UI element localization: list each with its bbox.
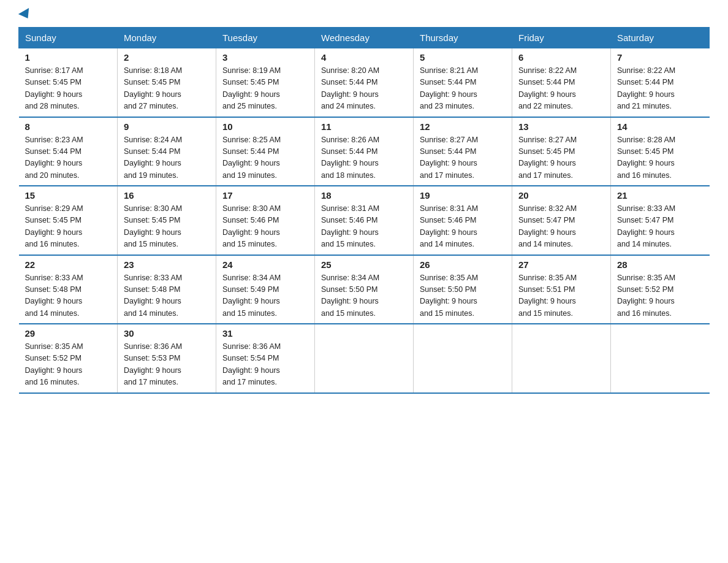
calendar-cell: 8 Sunrise: 8:23 AM Sunset: 5:44 PM Dayli…: [19, 117, 118, 186]
calendar-cell: [512, 324, 611, 393]
day-info: Sunrise: 8:24 AM Sunset: 5:44 PM Dayligh…: [124, 134, 210, 182]
calendar-cell: 12 Sunrise: 8:27 AM Sunset: 5:44 PM Dayl…: [414, 117, 512, 186]
day-number: 18: [321, 190, 407, 201]
day-number: 2: [124, 52, 210, 63]
calendar-cell: 27 Sunrise: 8:35 AM Sunset: 5:51 PM Dayl…: [512, 255, 611, 324]
day-number: 23: [124, 259, 210, 270]
weekday-header-sunday: Sunday: [19, 28, 118, 48]
weekday-header-tuesday: Tuesday: [216, 28, 315, 48]
day-number: 15: [25, 190, 112, 201]
calendar-cell: 1 Sunrise: 8:17 AM Sunset: 5:45 PM Dayli…: [19, 48, 118, 117]
day-number: 14: [617, 121, 703, 132]
calendar-cell: 21 Sunrise: 8:33 AM Sunset: 5:47 PM Dayl…: [611, 186, 710, 255]
calendar-cell: 7 Sunrise: 8:22 AM Sunset: 5:44 PM Dayli…: [611, 48, 710, 117]
day-info: Sunrise: 8:25 AM Sunset: 5:44 PM Dayligh…: [222, 134, 308, 182]
day-info: Sunrise: 8:32 AM Sunset: 5:47 PM Dayligh…: [518, 203, 604, 251]
day-number: 8: [25, 121, 112, 132]
logo-triangle-icon: [18, 8, 33, 21]
day-info: Sunrise: 8:23 AM Sunset: 5:44 PM Dayligh…: [25, 134, 112, 182]
day-number: 7: [617, 52, 703, 63]
day-number: 16: [124, 190, 210, 201]
calendar-table: SundayMondayTuesdayWednesdayThursdayFrid…: [18, 27, 710, 394]
day-info: Sunrise: 8:22 AM Sunset: 5:44 PM Dayligh…: [518, 65, 604, 113]
calendar-cell: [611, 324, 710, 393]
calendar-cell: 19 Sunrise: 8:31 AM Sunset: 5:46 PM Dayl…: [414, 186, 512, 255]
week-row-4: 22 Sunrise: 8:33 AM Sunset: 5:48 PM Dayl…: [19, 255, 710, 324]
weekday-header-monday: Monday: [118, 28, 216, 48]
day-info: Sunrise: 8:19 AM Sunset: 5:45 PM Dayligh…: [222, 65, 308, 113]
weekday-header-row: SundayMondayTuesdayWednesdayThursdayFrid…: [19, 28, 710, 48]
day-number: 6: [518, 52, 604, 63]
day-number: 19: [420, 190, 506, 201]
day-info: Sunrise: 8:36 AM Sunset: 5:54 PM Dayligh…: [222, 341, 308, 389]
week-row-5: 29 Sunrise: 8:35 AM Sunset: 5:52 PM Dayl…: [19, 324, 710, 393]
day-info: Sunrise: 8:31 AM Sunset: 5:46 PM Dayligh…: [420, 203, 506, 251]
calendar-cell: 10 Sunrise: 8:25 AM Sunset: 5:44 PM Dayl…: [216, 117, 315, 186]
calendar-cell: 28 Sunrise: 8:35 AM Sunset: 5:52 PM Dayl…: [611, 255, 710, 324]
day-info: Sunrise: 8:20 AM Sunset: 5:44 PM Dayligh…: [321, 65, 407, 113]
day-number: 27: [518, 259, 604, 270]
day-info: Sunrise: 8:35 AM Sunset: 5:51 PM Dayligh…: [518, 272, 604, 320]
calendar-cell: 9 Sunrise: 8:24 AM Sunset: 5:44 PM Dayli…: [118, 117, 216, 186]
day-info: Sunrise: 8:30 AM Sunset: 5:46 PM Dayligh…: [222, 203, 308, 251]
calendar-cell: 31 Sunrise: 8:36 AM Sunset: 5:54 PM Dayl…: [216, 324, 315, 393]
calendar-cell: 26 Sunrise: 8:35 AM Sunset: 5:50 PM Dayl…: [414, 255, 512, 324]
week-row-2: 8 Sunrise: 8:23 AM Sunset: 5:44 PM Dayli…: [19, 117, 710, 186]
calendar-cell: [414, 324, 512, 393]
day-number: 9: [124, 121, 210, 132]
day-info: Sunrise: 8:29 AM Sunset: 5:45 PM Dayligh…: [25, 203, 112, 251]
day-number: 28: [617, 259, 703, 270]
day-info: Sunrise: 8:35 AM Sunset: 5:52 PM Dayligh…: [617, 272, 703, 320]
day-info: Sunrise: 8:35 AM Sunset: 5:50 PM Dayligh…: [420, 272, 506, 320]
calendar-cell: 4 Sunrise: 8:20 AM Sunset: 5:44 PM Dayli…: [315, 48, 414, 117]
page-header: [18, 12, 710, 21]
day-info: Sunrise: 8:27 AM Sunset: 5:44 PM Dayligh…: [420, 134, 506, 182]
weekday-header-wednesday: Wednesday: [315, 28, 414, 48]
calendar-cell: 15 Sunrise: 8:29 AM Sunset: 5:45 PM Dayl…: [19, 186, 118, 255]
day-number: 24: [222, 259, 308, 270]
day-number: 25: [321, 259, 407, 270]
day-number: 3: [222, 52, 308, 63]
day-number: 20: [518, 190, 604, 201]
day-info: Sunrise: 8:28 AM Sunset: 5:45 PM Dayligh…: [617, 134, 703, 182]
day-info: Sunrise: 8:34 AM Sunset: 5:50 PM Dayligh…: [321, 272, 407, 320]
day-info: Sunrise: 8:27 AM Sunset: 5:45 PM Dayligh…: [518, 134, 604, 182]
calendar-cell: 13 Sunrise: 8:27 AM Sunset: 5:45 PM Dayl…: [512, 117, 611, 186]
day-info: Sunrise: 8:33 AM Sunset: 5:47 PM Dayligh…: [617, 203, 703, 251]
calendar-cell: 24 Sunrise: 8:34 AM Sunset: 5:49 PM Dayl…: [216, 255, 315, 324]
day-info: Sunrise: 8:30 AM Sunset: 5:45 PM Dayligh…: [124, 203, 210, 251]
day-info: Sunrise: 8:33 AM Sunset: 5:48 PM Dayligh…: [124, 272, 210, 320]
calendar-cell: 6 Sunrise: 8:22 AM Sunset: 5:44 PM Dayli…: [512, 48, 611, 117]
calendar-cell: 2 Sunrise: 8:18 AM Sunset: 5:45 PM Dayli…: [118, 48, 216, 117]
calendar-cell: [315, 324, 414, 393]
logo-line-general: [18, 12, 32, 21]
day-number: 5: [420, 52, 506, 63]
logo: [18, 12, 32, 21]
day-number: 12: [420, 121, 506, 132]
weekday-header-thursday: Thursday: [414, 28, 512, 48]
day-info: Sunrise: 8:26 AM Sunset: 5:44 PM Dayligh…: [321, 134, 407, 182]
day-info: Sunrise: 8:36 AM Sunset: 5:53 PM Dayligh…: [124, 341, 210, 389]
calendar-cell: 16 Sunrise: 8:30 AM Sunset: 5:45 PM Dayl…: [118, 186, 216, 255]
calendar-cell: 25 Sunrise: 8:34 AM Sunset: 5:50 PM Dayl…: [315, 255, 414, 324]
day-info: Sunrise: 8:21 AM Sunset: 5:44 PM Dayligh…: [420, 65, 506, 113]
day-info: Sunrise: 8:33 AM Sunset: 5:48 PM Dayligh…: [25, 272, 112, 320]
day-number: 22: [25, 259, 112, 270]
day-number: 17: [222, 190, 308, 201]
day-number: 30: [124, 328, 210, 339]
week-row-1: 1 Sunrise: 8:17 AM Sunset: 5:45 PM Dayli…: [19, 48, 710, 117]
calendar-cell: 30 Sunrise: 8:36 AM Sunset: 5:53 PM Dayl…: [118, 324, 216, 393]
day-number: 1: [25, 52, 112, 63]
day-number: 4: [321, 52, 407, 63]
calendar-cell: 29 Sunrise: 8:35 AM Sunset: 5:52 PM Dayl…: [19, 324, 118, 393]
day-info: Sunrise: 8:31 AM Sunset: 5:46 PM Dayligh…: [321, 203, 407, 251]
day-info: Sunrise: 8:35 AM Sunset: 5:52 PM Dayligh…: [25, 341, 112, 389]
week-row-3: 15 Sunrise: 8:29 AM Sunset: 5:45 PM Dayl…: [19, 186, 710, 255]
day-number: 26: [420, 259, 506, 270]
calendar-cell: 22 Sunrise: 8:33 AM Sunset: 5:48 PM Dayl…: [19, 255, 118, 324]
calendar-cell: 14 Sunrise: 8:28 AM Sunset: 5:45 PM Dayl…: [611, 117, 710, 186]
calendar-cell: 23 Sunrise: 8:33 AM Sunset: 5:48 PM Dayl…: [118, 255, 216, 324]
day-info: Sunrise: 8:17 AM Sunset: 5:45 PM Dayligh…: [25, 65, 112, 113]
calendar-cell: 11 Sunrise: 8:26 AM Sunset: 5:44 PM Dayl…: [315, 117, 414, 186]
day-number: 21: [617, 190, 703, 201]
